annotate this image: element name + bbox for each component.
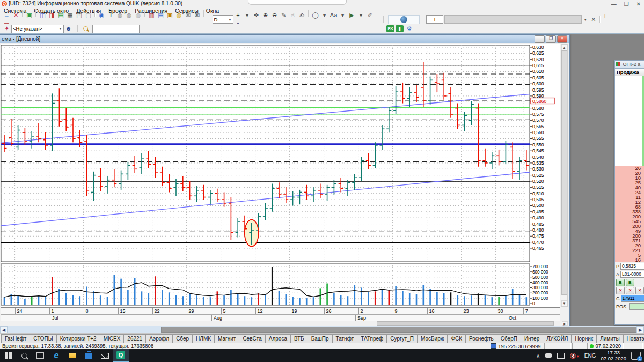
user-question-icon[interactable]: ☻ xyxy=(64,25,73,33)
order-icon[interactable]: ✕ xyxy=(616,287,625,294)
tab-26221[interactable]: 26221 xyxy=(123,334,146,343)
tab-Аэрофл[interactable]: Аэрофл xyxy=(145,334,173,343)
floating-toolbar-handle[interactable] xyxy=(248,0,347,5)
dropdown-icon[interactable]: ▾ xyxy=(243,11,252,19)
tray-chevron-icon[interactable]: ∧ xyxy=(536,353,540,359)
file-explorer-icon[interactable] xyxy=(64,349,80,362)
tab-MICEX[interactable]: MICEX xyxy=(100,334,125,343)
export-mail-icon[interactable]: ✉ xyxy=(184,11,193,19)
chart-vertical-scrollbar[interactable]: ▲ ▼ xyxy=(561,44,568,307)
dropdown-icon[interactable]: ▾ xyxy=(338,11,347,19)
chart-window[interactable]: ема - [Дневной] — ❐ ✕ 0,4650,4700,4750,4… xyxy=(0,34,570,326)
text-icon[interactable]: T xyxy=(106,11,115,19)
tab-ТАТпреф[interactable]: ТАТпреф xyxy=(357,334,387,343)
clear-object-button[interactable]: ✕ xyxy=(589,16,598,23)
orderbook-titlebar[interactable]: ОГК-2 а xyxy=(615,61,644,69)
bell-off-icon[interactable]: ◍ xyxy=(134,11,143,19)
tab-ВТБ[interactable]: ВТБ xyxy=(290,334,308,343)
pin-icon[interactable]: ◉ xyxy=(97,11,106,19)
volume-muted-icon[interactable]: 🔇✖ xyxy=(569,353,579,359)
cursor-field[interactable]: I xyxy=(426,15,443,24)
hand-icon[interactable]: ✍ xyxy=(297,11,306,19)
draw-line-icon[interactable]: ✎ xyxy=(279,11,288,19)
tab-Татнфт[interactable]: Татнфт xyxy=(332,334,358,343)
cancel-order-icon[interactable]: ✕ xyxy=(626,287,634,294)
window-anchor-icon[interactable]: ▦ xyxy=(65,11,75,19)
start-button[interactable] xyxy=(0,349,16,362)
window-quotes-icon[interactable]: ◨ xyxy=(47,11,56,19)
workspace-scrollbar[interactable]: ◀ ▶ xyxy=(0,326,644,333)
tab-СТОПЫ[interactable]: СТОПЫ xyxy=(30,334,56,343)
tab-НЛМК[interactable]: НЛМК xyxy=(192,334,215,343)
scroll-right-icon[interactable]: ▶ xyxy=(562,321,568,326)
language-indicator[interactable]: ENG xyxy=(584,353,596,359)
marker-icon[interactable]: ▶ xyxy=(347,11,356,19)
globe-icon[interactable] xyxy=(400,16,407,23)
pos-field[interactable] xyxy=(629,303,644,310)
tab-Магнит[interactable]: Магнит xyxy=(214,334,239,343)
window-copy-icon[interactable]: ▢ xyxy=(84,11,93,19)
workspace-scroll-left-icon[interactable]: ◀ xyxy=(0,326,8,333)
price-chart[interactable]: 0,4650,4700,4750,4800,4850,4900,4950,500… xyxy=(1,44,560,307)
tab-СберП[interactable]: СберП xyxy=(497,334,521,343)
sell-quantities-list[interactable]: 2620102540241112683382005452004920037120… xyxy=(615,166,644,262)
window-find-icon[interactable]: ◰ xyxy=(75,11,84,19)
window-chart-icon[interactable]: ◫ xyxy=(38,11,47,19)
notification-center-icon[interactable]: 1 xyxy=(631,352,641,360)
tab-Сбер[interactable]: Сбер xyxy=(172,334,193,343)
add-plot-icon[interactable]: + xyxy=(233,11,243,19)
workspace-scroll-thumb[interactable] xyxy=(161,327,636,333)
export-round-icon[interactable]: ◍ xyxy=(174,11,184,19)
tab-Сургут_П[interactable]: Сургут_П xyxy=(386,334,418,343)
tab-ГазНефт[interactable]: ГазНефт xyxy=(1,334,30,343)
tab-Интер[interactable]: Интер xyxy=(521,334,543,343)
mail-icon[interactable] xyxy=(97,349,113,362)
scroll-up-icon[interactable]: ▲ xyxy=(561,45,567,50)
shape-icon[interactable]: ◯ xyxy=(311,11,320,19)
new-window-icon[interactable]: ▣ xyxy=(25,11,34,19)
quik-taskbar-icon[interactable]: Q xyxy=(113,349,129,362)
dropdown-icon[interactable]: ▾ xyxy=(356,11,365,19)
pointer-icon[interactable]: ☝ xyxy=(288,11,297,19)
tab-БашПр[interactable]: БашПр xyxy=(308,334,333,343)
edge-icon[interactable]: e xyxy=(48,349,64,362)
code-field[interactable]: 17911 xyxy=(621,295,644,302)
app-maximize-button[interactable]: ❐ xyxy=(624,1,629,8)
tab-ФСК[interactable]: ФСК xyxy=(447,334,466,343)
search-icon[interactable] xyxy=(83,26,89,32)
dropdown-icon[interactable]: ▾ xyxy=(320,11,329,19)
tab-Норник[interactable]: Норник xyxy=(571,334,597,343)
buy-button-0[interactable]: B xyxy=(616,279,625,286)
export-mark-icon[interactable]: ▣ xyxy=(165,11,174,19)
settings-gear-icon[interactable]: ⚙ xyxy=(405,25,414,33)
tab-Котировки Т+2[interactable]: Котировки Т+2 xyxy=(56,334,100,343)
tab-Роснефть[interactable]: Роснефть xyxy=(465,334,497,343)
tab-ЛУКОЙЛ[interactable]: ЛУКОЙЛ xyxy=(543,334,572,343)
app-minimize-button[interactable]: — xyxy=(611,1,617,8)
sell-quantity[interactable]: 221 xyxy=(615,248,641,253)
tab-СевСта[interactable]: СевСта xyxy=(239,334,265,343)
chart-window-titlebar[interactable]: ема - [Дневной] — ❐ ✕ xyxy=(0,35,569,43)
tab-Новатэк[interactable]: Новатэк xyxy=(623,334,644,343)
client-icon[interactable]: ✦ xyxy=(2,25,11,33)
chart-horizontal-scrollbar[interactable]: ▶ xyxy=(1,321,568,326)
taskbar-clock[interactable]: 17:3307.02.2020 xyxy=(601,350,626,361)
tab-Алроса[interactable]: Алроса xyxy=(265,334,291,343)
mail-icon[interactable]: ✉ xyxy=(193,11,202,19)
object-select[interactable] xyxy=(444,15,582,24)
search-input[interactable] xyxy=(92,25,140,33)
sell-quantity[interactable]: 16 xyxy=(615,257,641,262)
chart-minimize-button[interactable]: — xyxy=(535,35,545,43)
store-icon[interactable] xyxy=(80,349,97,362)
stop-order-icon[interactable]: ✕ xyxy=(635,287,644,294)
orderbook-window[interactable]: ОГК-2 а Продажа 262010254024111268338200… xyxy=(614,60,644,325)
sell-column-header[interactable]: Продажа xyxy=(615,69,644,76)
open-arrow-icon[interactable]: → xyxy=(2,11,11,19)
hide-draw-icon[interactable]: ✐ xyxy=(365,11,375,19)
tab-МосБирж[interactable]: МосБирж xyxy=(417,334,448,343)
chart-close-button[interactable]: ✕ xyxy=(557,35,567,43)
object-select-arrow-icon[interactable]: ▼ xyxy=(582,18,589,21)
app-close-button[interactable]: ✕ xyxy=(636,1,641,8)
export-table-icon[interactable]: ▥ xyxy=(147,11,156,19)
price-field[interactable]: 0,5825 xyxy=(620,263,644,270)
